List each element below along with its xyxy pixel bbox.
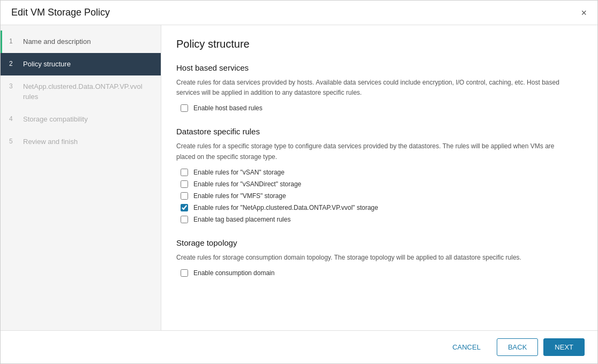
enable-host-based-rules-checkbox[interactable] — [181, 104, 188, 112]
storage-topology-section: Storage topology Create rules for storag… — [176, 238, 582, 277]
sidebar: 1 Name and description 2 Policy structur… — [1, 25, 161, 330]
sidebar-item-label-5: Review and finish — [23, 137, 78, 147]
storage-topology-desc: Create rules for storage consumption dom… — [176, 253, 573, 263]
step-num-4: 4 — [9, 115, 18, 123]
checkbox-row-vsan: Enable rules for "vSAN" storage — [176, 169, 582, 176]
datastore-specific-rules-section: Datastore specific rules Create rules fo… — [176, 127, 582, 223]
sidebar-item-review-finish[interactable]: 5 Review and finish — [1, 131, 161, 153]
next-button[interactable]: NEXT — [543, 338, 585, 356]
close-button[interactable]: × — [581, 8, 587, 18]
dialog-footer: CANCEL BACK NEXT — [1, 330, 597, 363]
checkbox-row-vmfs: Enable rules for "VMFS" storage — [176, 192, 582, 200]
checkbox-row-netapp: Enable rules for "NetApp.clustered.Data.… — [176, 204, 582, 211]
main-content: Policy structure Host based services Cre… — [161, 25, 597, 330]
back-button[interactable]: BACK — [497, 338, 538, 356]
checkbox-row-host: Enable host based rules — [176, 104, 582, 112]
enable-vmfs-rules-label: Enable rules for "VMFS" storage — [193, 192, 286, 200]
sidebar-item-netapp-rules[interactable]: 3 NetApp.clustered.Data.ONTAP.VP.vvol ru… — [1, 75, 161, 108]
enable-vsan-rules-checkbox[interactable] — [181, 169, 188, 176]
datastore-specific-rules-title: Datastore specific rules — [176, 127, 582, 136]
host-based-services-desc: Create rules for data services provided … — [176, 78, 573, 98]
sidebar-item-name-description[interactable]: 1 Name and description — [1, 31, 161, 53]
sidebar-item-label-2: Policy structure — [23, 59, 71, 69]
host-based-services-title: Host based services — [176, 63, 582, 72]
enable-consumption-domain-label: Enable consumption domain — [193, 269, 274, 277]
sidebar-item-label-4: Storage compatibility — [23, 115, 88, 124]
enable-netapp-vvol-rules-checkbox[interactable] — [181, 204, 188, 211]
content-title: Policy structure — [176, 38, 582, 50]
dialog-header: Edit VM Storage Policy × — [1, 1, 597, 25]
enable-host-based-rules-label: Enable host based rules — [193, 104, 263, 112]
sidebar-item-policy-structure[interactable]: 2 Policy structure — [1, 53, 161, 75]
step-num-3: 3 — [9, 82, 18, 90]
dialog-body: 1 Name and description 2 Policy structur… — [1, 25, 597, 330]
enable-vsandirect-rules-checkbox[interactable] — [181, 180, 188, 188]
enable-tag-based-placement-checkbox[interactable] — [181, 216, 188, 223]
storage-topology-title: Storage topology — [176, 238, 582, 247]
checkbox-row-consumption: Enable consumption domain — [176, 269, 582, 277]
cancel-button[interactable]: CANCEL — [442, 339, 491, 355]
step-num-1: 1 — [9, 37, 18, 45]
sidebar-item-storage-compatibility[interactable]: 4 Storage compatibility — [1, 108, 161, 131]
checkbox-row-vsandirect: Enable rules for "vSANDirect" storage — [176, 180, 582, 188]
datastore-specific-rules-desc: Create rules for a specific storage type… — [176, 141, 573, 162]
checkbox-row-tag: Enable tag based placement rules — [176, 216, 582, 223]
enable-vsan-rules-label: Enable rules for "vSAN" storage — [193, 169, 285, 176]
step-num-5: 5 — [9, 137, 18, 145]
enable-tag-based-placement-label: Enable tag based placement rules — [193, 216, 290, 223]
enable-vsandirect-rules-label: Enable rules for "vSANDirect" storage — [193, 180, 301, 188]
dialog-title: Edit VM Storage Policy — [11, 7, 110, 18]
sidebar-item-label-3: NetApp.clustered.Data.ONTAP.VP.vvol rule… — [23, 82, 152, 101]
edit-vm-storage-policy-dialog: Edit VM Storage Policy × 1 Name and desc… — [0, 0, 598, 364]
enable-vmfs-rules-checkbox[interactable] — [181, 192, 188, 200]
enable-consumption-domain-checkbox[interactable] — [181, 269, 188, 277]
host-based-services-section: Host based services Create rules for dat… — [176, 63, 582, 112]
step-num-2: 2 — [9, 59, 18, 67]
sidebar-item-label-1: Name and description — [23, 37, 91, 47]
enable-netapp-vvol-rules-label: Enable rules for "NetApp.clustered.Data.… — [193, 204, 378, 211]
